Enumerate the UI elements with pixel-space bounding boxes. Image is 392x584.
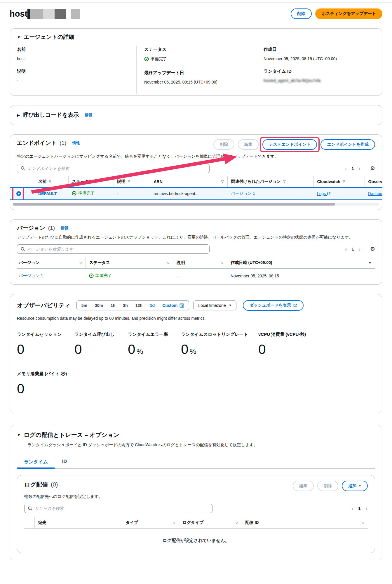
redaction-block — [43, 9, 55, 19]
endpoint-search[interactable] — [17, 164, 210, 173]
range-30m[interactable]: 30m — [95, 303, 103, 308]
external-link-icon — [293, 303, 297, 307]
sort-icon[interactable]: ▽ — [221, 261, 223, 265]
sort-desc-icon[interactable]: ▼ — [368, 261, 372, 265]
test-endpoint-button[interactable]: テストエンドポイント — [262, 139, 317, 150]
range-custom[interactable]: Custom — [162, 303, 184, 308]
range-1h[interactable]: 1h — [111, 303, 115, 308]
versions-header-row: バージョン▽ ステータス▽ 説明▽ 作成日時 (UTC+09:00)▼ — [17, 257, 375, 269]
endpoint-search-input[interactable] — [27, 166, 206, 171]
delete-agent-button[interactable]: 削除 — [291, 8, 312, 19]
endpoint-row-default[interactable]: DEFAULT 準備完了 - arn:aws:bedrock-agent... … — [10, 187, 382, 200]
dashboard-link[interactable]: Dashboard — [368, 191, 382, 196]
range-1d-selected[interactable]: 1d — [150, 303, 155, 308]
sort-icon[interactable]: ▽ — [95, 180, 97, 183]
prev-page-button[interactable]: ‹ — [344, 166, 348, 171]
view-dashboard-button[interactable]: ダッシュボードを表示 — [243, 300, 303, 311]
agent-details-header[interactable]: ▼ エージェントの詳細 — [17, 33, 74, 41]
version-search[interactable] — [17, 244, 210, 254]
info-link[interactable]: 情報 — [72, 140, 80, 146]
prev-page-button[interactable]: ‹ — [351, 505, 354, 511]
col-name[interactable]: 名前▽ — [35, 176, 68, 187]
endpoint-edit-button[interactable]: 編集 — [238, 139, 259, 150]
gear-icon[interactable]: ⚙︎ — [370, 166, 375, 171]
metric-label: ランタイム呼び出し — [74, 332, 128, 337]
create-endpoint-button[interactable]: エンドポイントを作成 — [320, 139, 375, 150]
redaction-block — [30, 9, 43, 19]
sort-icon[interactable]: ▽ — [236, 521, 238, 525]
col-destination[interactable]: 宛先 — [34, 517, 122, 529]
col-log-type[interactable]: ログタイプ▽ — [179, 517, 242, 529]
col-label: 関連付けられたバージョン — [231, 179, 281, 184]
sort-icon[interactable]: ▽ — [173, 521, 175, 525]
range-12h[interactable]: 12h — [135, 303, 142, 308]
status-text: 準備完了 — [78, 191, 95, 196]
next-page-button[interactable]: › — [365, 505, 368, 511]
field-created: 作成日 November 05, 2025, 08:15 (UTC+09:00) — [264, 47, 368, 61]
version-search-input[interactable] — [27, 247, 206, 251]
horizontal-scrollbar[interactable] — [13, 203, 379, 206]
resource-search-input[interactable] — [35, 506, 209, 511]
col-created[interactable]: 作成日時 (UTC+09:00)▼ — [227, 257, 375, 269]
invocation-code-header[interactable]: ▶ 呼び出しコードを表示 情報 — [17, 111, 92, 119]
field-name: 名前 host — [17, 47, 129, 61]
col-description[interactable]: 説明▽ — [114, 176, 150, 187]
agent-details-card: ▼ エージェントの詳細 名前 host 説明 - ステータス 準 — [10, 28, 382, 96]
tab-id[interactable]: ID — [55, 456, 74, 468]
log-add-button[interactable]: 追加▼ — [342, 481, 368, 491]
sort-icon[interactable]: ▽ — [283, 180, 285, 183]
versions-count: (1) — [48, 225, 55, 231]
sort-icon[interactable]: ▽ — [221, 180, 224, 183]
log-distribution-card: ログ配信 (0) 編集 削除 追加▼ 複数の配信先へのログ配信を設定します。 ‹… — [17, 475, 375, 553]
gear-icon[interactable]: ⚙︎ — [370, 246, 375, 252]
log-delete-button[interactable]: 削除 — [317, 481, 338, 491]
page-number: 1 — [351, 247, 354, 251]
cell-name: DEFAULT — [35, 187, 68, 200]
col-status[interactable]: ステータス▽ — [68, 176, 114, 187]
next-page-button[interactable]: › — [358, 166, 361, 171]
logs-link[interactable]: Logs — [317, 191, 331, 196]
metric-runtime-error-rate: ランタイムエラー率 0% — [128, 332, 181, 357]
log-distribution-description: 複数の配信先へのログ配信を設定します。 — [24, 493, 368, 500]
sort-icon[interactable]: ▽ — [167, 261, 169, 265]
sort-icon[interactable]: ▽ — [79, 261, 82, 265]
info-link[interactable]: 情報 — [85, 112, 92, 118]
sort-icon[interactable]: ▽ — [49, 180, 51, 183]
cell-version: バージョン 1 — [227, 187, 313, 200]
col-delivery-id[interactable]: 配信 ID▽ — [242, 517, 368, 529]
col-version[interactable]: バージョン▽ — [17, 257, 86, 269]
sort-icon[interactable]: ▽ — [362, 521, 364, 525]
range-3h[interactable]: 3h — [123, 303, 128, 308]
sort-icon[interactable]: ▽ — [128, 180, 130, 183]
log-distribution-title: ログ配信 — [24, 481, 48, 489]
prev-page-button[interactable]: ‹ — [344, 246, 348, 252]
col-cloudwatch[interactable]: Cloudwatch▽ — [313, 176, 365, 187]
versions-table: バージョン▽ ステータス▽ 説明▽ 作成日時 (UTC+09:00)▼ バージョ… — [17, 257, 375, 283]
col-type[interactable]: タイプ▽ — [122, 517, 179, 529]
col-version[interactable]: 関連付けられたバージョン▽ — [227, 176, 313, 187]
col-description[interactable]: 説明▽ — [173, 257, 227, 269]
tab-runtime[interactable]: ランタイム — [17, 456, 55, 468]
col-observability[interactable]: Observability — [365, 176, 382, 187]
scrollbar-thumb[interactable] — [13, 203, 335, 206]
next-page-button[interactable]: › — [358, 246, 361, 252]
col-arn[interactable]: ARN▽ — [150, 176, 227, 187]
sort-icon[interactable]: ▽ — [343, 180, 345, 183]
col-status[interactable]: ステータス▽ — [86, 257, 173, 269]
info-link[interactable]: 情報 — [61, 225, 68, 231]
version-link[interactable]: バージョン 1 — [19, 273, 43, 278]
endpoint-delete-button[interactable]: 削除 — [213, 139, 234, 150]
log-edit-button[interactable]: 編集 — [293, 481, 314, 491]
version-link[interactable]: バージョン 1 — [231, 191, 255, 196]
timezone-select[interactable]: Local timezone ▼ — [193, 300, 236, 310]
update-hosting-button[interactable]: ホスティングをアップデート — [315, 8, 382, 19]
metric-label: ランタイムエラー率 — [128, 332, 181, 337]
endpoint-name-link[interactable]: DEFAULT — [38, 191, 57, 196]
version-row[interactable]: バージョン 1 準備完了 - November 05, 2025, 08:15 — [17, 269, 375, 284]
resource-search[interactable] — [24, 504, 212, 513]
versions-title-group: バージョン (1) 情報 — [17, 224, 68, 232]
range-5m[interactable]: 5m — [81, 303, 87, 308]
table-settings-wrap: ⚙︎ — [366, 246, 375, 252]
radio-selected[interactable] — [16, 191, 21, 196]
log-delivery-header[interactable]: ▼ ログの配信とトレース – オプション — [17, 431, 119, 439]
